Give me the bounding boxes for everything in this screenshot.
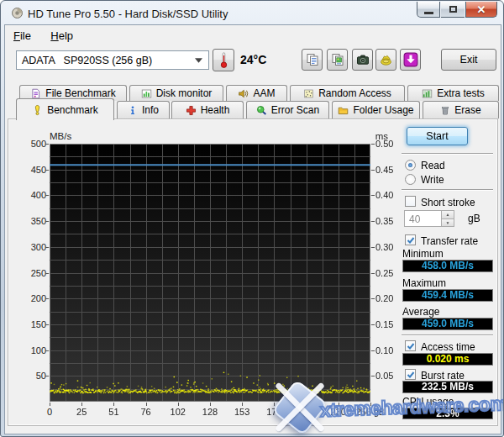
drive-select-value: ADATA SP920SS (256 gB) xyxy=(17,55,195,66)
thermometer-icon xyxy=(219,51,228,69)
camera-icon xyxy=(356,53,370,66)
y-right-tick-label: 0.05 xyxy=(375,371,404,381)
burst-rate-label: Burst rate xyxy=(421,370,465,382)
copy-text-icon xyxy=(306,53,319,66)
capacity-unit-label: gB xyxy=(468,213,480,224)
read-radio[interactable] xyxy=(405,160,416,171)
axis-tick xyxy=(371,350,375,351)
axis-tick xyxy=(45,350,49,351)
tab-disk-monitor[interactable]: Disk monitor xyxy=(129,85,223,101)
write-radio[interactable] xyxy=(405,174,416,185)
axis-tick xyxy=(45,376,49,376)
tab-label: Info xyxy=(142,104,159,116)
start-label: Start xyxy=(426,130,448,142)
update-button[interactable] xyxy=(400,49,421,71)
y-left-axis-unit: MB/s xyxy=(50,131,71,141)
access-time-checkbox[interactable] xyxy=(405,340,416,351)
separator xyxy=(402,153,493,155)
capacity-spinner[interactable]: 40 ▲ ▼ xyxy=(404,210,454,227)
y-right-tick-label: 0.35 xyxy=(375,216,404,226)
tab-info[interactable]: Info xyxy=(117,101,170,118)
tab-benchmark[interactable]: Benchmark xyxy=(16,98,114,120)
axis-tick xyxy=(45,298,49,299)
tab-error-scan[interactable]: Error Scan xyxy=(246,101,329,118)
transfer-rate-checkbox[interactable] xyxy=(405,234,416,245)
x-axis-tick-label: 256 gB xyxy=(345,407,396,417)
benchmark-chart xyxy=(50,144,370,402)
tab-label: Error Scan xyxy=(271,104,319,116)
transfer-rate-label: Transfer rate xyxy=(421,235,478,247)
tab-label: Benchmark xyxy=(47,104,98,116)
donate-button[interactable] xyxy=(375,49,396,71)
spinner-up-button[interactable]: ▲ xyxy=(442,211,454,219)
read-label: Read xyxy=(421,160,445,171)
axis-tick xyxy=(178,403,179,406)
burst-rate-checkbox[interactable] xyxy=(405,369,416,380)
tab-label: Random Access xyxy=(318,87,391,99)
access-time-label: Access time xyxy=(421,341,475,353)
y-left-tick-label: 350 xyxy=(18,216,46,226)
minimize-button[interactable] xyxy=(417,2,440,18)
minimize-icon xyxy=(424,12,433,14)
axis-tick xyxy=(371,195,375,196)
temperature-value: 24°C xyxy=(240,53,266,66)
axis-tick xyxy=(210,403,211,406)
spinner-down-button[interactable]: ▼ xyxy=(442,219,454,227)
tab-label: Health xyxy=(201,104,230,116)
y-right-tick-label: 0.20 xyxy=(375,293,404,303)
y-left-tick-label: 450 xyxy=(18,165,46,175)
y-left-tick-label: 200 xyxy=(18,293,46,303)
tab-label: AAM xyxy=(253,87,275,99)
maximize-button[interactable] xyxy=(441,2,465,18)
check-icon xyxy=(407,342,415,350)
copy-image-button[interactable] xyxy=(327,49,348,71)
tab-folder-usage[interactable]: Folder Usage xyxy=(332,101,420,118)
tab-health[interactable]: Health xyxy=(171,101,244,118)
separator xyxy=(402,334,493,336)
copy-text-button[interactable] xyxy=(302,49,323,71)
capacity-value: 40 xyxy=(405,211,441,226)
window-title: HD Tune Pro 5.50 - Hard Disk/SSD Utility xyxy=(28,8,228,20)
write-label: Write xyxy=(421,174,444,186)
tab-aam[interactable]: AAM xyxy=(226,85,287,101)
axis-tick xyxy=(371,221,375,222)
y-left-tick-label: 150 xyxy=(18,319,46,329)
menu-help[interactable]: Help xyxy=(42,25,81,45)
screenshot-button[interactable] xyxy=(352,49,373,71)
y-left-tick-label: 50 xyxy=(18,371,46,381)
temperature-button[interactable] xyxy=(213,49,234,71)
close-icon: ✕ xyxy=(477,4,486,15)
tab-label: File Benchmark xyxy=(45,87,115,99)
tab-extra-tests[interactable]: Extra tests xyxy=(407,85,499,101)
y-left-tick-label: 500 xyxy=(18,139,46,149)
menu-file[interactable]: File xyxy=(5,25,39,45)
short-stroke-checkbox[interactable] xyxy=(405,196,416,207)
minimum-value: 458.0 MB/s xyxy=(402,260,493,272)
axis-tick xyxy=(50,403,50,406)
tab-label: Disk monitor xyxy=(156,87,213,99)
axis-tick xyxy=(146,403,147,406)
maximize-icon xyxy=(449,6,457,13)
application-window: HD Tune Pro 5.50 - Hard Disk/SSD Utility… xyxy=(0,0,504,437)
tab-random-access[interactable]: Random Access xyxy=(290,85,405,101)
axis-tick xyxy=(371,376,375,376)
minimum-label: Minimum xyxy=(402,248,444,260)
random-access-icon xyxy=(303,88,314,99)
start-button[interactable]: Start xyxy=(407,127,468,145)
maximum-label: Maximum xyxy=(402,277,446,289)
tab-erase[interactable]: Erase xyxy=(423,101,499,118)
file-benchmark-icon xyxy=(30,88,41,99)
axis-tick xyxy=(371,170,375,171)
drive-select-dropdown[interactable]: ADATA SP920SS (256 gB) xyxy=(16,50,209,70)
close-button[interactable]: ✕ xyxy=(465,2,497,18)
access-time-value: 0.020 ms xyxy=(402,353,493,366)
y-right-tick-label: 0.40 xyxy=(375,190,404,200)
axis-tick xyxy=(45,144,49,145)
exit-button[interactable]: Exit xyxy=(441,49,496,71)
error-scan-magnifier-icon xyxy=(256,105,267,116)
y-right-tick-label: 0.25 xyxy=(375,268,404,278)
axis-tick xyxy=(371,298,375,299)
tab-label: Folder Usage xyxy=(353,104,413,116)
donate-hand-icon xyxy=(379,53,393,67)
cpu-usage-label: CPU usage xyxy=(402,396,454,408)
